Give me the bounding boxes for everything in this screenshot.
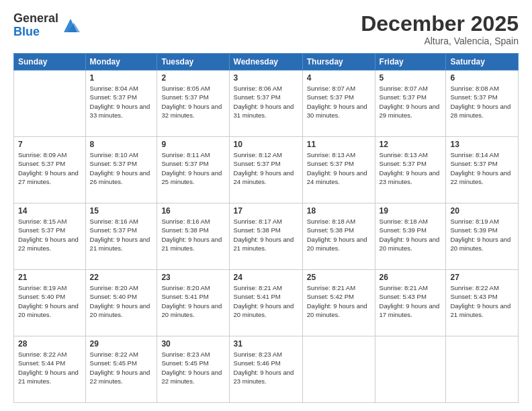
day-number: 11 <box>307 140 371 149</box>
day-sunset: Sunset: 5:37 PM <box>380 93 427 101</box>
col-monday: Monday <box>85 54 157 71</box>
table-row: 3 Sunrise: 8:06 AM Sunset: 5:37 PM Dayli… <box>229 71 302 137</box>
day-sunset: Sunset: 5:38 PM <box>161 226 208 234</box>
day-number: 7 <box>18 140 81 149</box>
day-sunset: Sunset: 5:46 PM <box>234 359 281 367</box>
day-number: 20 <box>450 206 514 216</box>
col-sunday: Sunday <box>14 54 86 71</box>
table-row: 24 Sunrise: 8:21 AM Sunset: 5:41 PM Dayl… <box>229 270 302 336</box>
table-row: 20 Sunrise: 8:19 AM Sunset: 5:39 PM Dayl… <box>446 203 519 270</box>
day-sunset: Sunset: 5:42 PM <box>307 293 354 300</box>
day-daylight: Daylight: 9 hours and 21 minutes. <box>161 236 222 252</box>
table-row: 9 Sunrise: 8:11 AM Sunset: 5:37 PM Dayli… <box>157 137 229 203</box>
day-daylight: Daylight: 9 hours and 22 minutes. <box>18 236 79 252</box>
day-daylight: Daylight: 9 hours and 20 minutes. <box>380 236 440 252</box>
day-daylight: Daylight: 9 hours and 20 minutes. <box>307 236 367 252</box>
day-sunrise: Sunrise: 8:21 AM <box>234 284 282 291</box>
day-sunset: Sunset: 5:37 PM <box>380 160 427 167</box>
day-daylight: Daylight: 9 hours and 17 minutes. <box>380 302 440 318</box>
day-number: 14 <box>18 206 81 216</box>
day-sunrise: Sunrise: 8:09 AM <box>18 151 66 158</box>
table-row: 29 Sunrise: 8:22 AM Sunset: 5:45 PM Dayl… <box>85 336 157 403</box>
day-sunset: Sunset: 5:43 PM <box>380 293 427 300</box>
day-number: 9 <box>161 140 224 149</box>
table-row: 28 Sunrise: 8:22 AM Sunset: 5:44 PM Dayl… <box>14 336 86 403</box>
day-sunrise: Sunrise: 8:08 AM <box>450 85 498 92</box>
table-row: 13 Sunrise: 8:14 AM Sunset: 5:37 PM Dayl… <box>446 137 519 203</box>
day-number: 27 <box>450 273 514 282</box>
day-daylight: Daylight: 9 hours and 20 minutes. <box>161 302 222 318</box>
day-sunrise: Sunrise: 8:05 AM <box>161 85 210 92</box>
day-number: 13 <box>450 140 514 149</box>
day-sunrise: Sunrise: 8:13 AM <box>380 151 428 158</box>
day-sunset: Sunset: 5:37 PM <box>161 93 208 101</box>
day-sunrise: Sunrise: 8:23 AM <box>161 351 210 358</box>
day-sunset: Sunset: 5:40 PM <box>18 293 65 300</box>
day-number: 23 <box>161 273 224 282</box>
day-sunrise: Sunrise: 8:07 AM <box>307 85 355 92</box>
day-sunrise: Sunrise: 8:04 AM <box>90 85 138 92</box>
table-row: 27 Sunrise: 8:22 AM Sunset: 5:43 PM Dayl… <box>446 270 519 336</box>
day-sunrise: Sunrise: 8:11 AM <box>161 151 210 158</box>
day-daylight: Daylight: 9 hours and 27 minutes. <box>18 169 79 185</box>
logo-general: General <box>13 12 58 26</box>
day-number: 30 <box>161 339 224 349</box>
table-row <box>302 336 375 403</box>
day-daylight: Daylight: 9 hours and 20 minutes. <box>18 302 79 318</box>
day-daylight: Daylight: 9 hours and 33 minutes. <box>90 103 150 119</box>
day-sunset: Sunset: 5:45 PM <box>90 359 137 367</box>
day-daylight: Daylight: 9 hours and 22 minutes. <box>450 169 511 185</box>
day-number: 15 <box>90 206 153 216</box>
day-number: 2 <box>161 73 224 83</box>
calendar-table: Sunday Monday Tuesday Wednesday Thursday… <box>13 53 519 403</box>
table-row <box>375 336 446 403</box>
table-row: 19 Sunrise: 8:18 AM Sunset: 5:39 PM Dayl… <box>375 203 446 270</box>
location-subtitle: Altura, Valencia, Spain <box>361 36 519 46</box>
day-number: 8 <box>90 140 153 149</box>
day-sunrise: Sunrise: 8:07 AM <box>380 85 428 92</box>
day-sunset: Sunset: 5:44 PM <box>18 359 65 367</box>
day-sunrise: Sunrise: 8:18 AM <box>380 218 428 225</box>
day-sunset: Sunset: 5:37 PM <box>18 226 65 234</box>
day-sunset: Sunset: 5:39 PM <box>380 226 427 234</box>
day-sunrise: Sunrise: 8:16 AM <box>161 218 210 225</box>
day-sunrise: Sunrise: 8:13 AM <box>307 151 355 158</box>
day-sunrise: Sunrise: 8:14 AM <box>450 151 498 158</box>
table-row: 18 Sunrise: 8:18 AM Sunset: 5:38 PM Dayl… <box>302 203 375 270</box>
month-title: December 2025 <box>361 12 519 36</box>
day-sunset: Sunset: 5:45 PM <box>161 359 208 367</box>
day-number: 12 <box>380 140 442 149</box>
day-sunset: Sunset: 5:43 PM <box>450 293 497 300</box>
col-wednesday: Wednesday <box>229 54 302 71</box>
day-sunrise: Sunrise: 8:20 AM <box>161 284 210 291</box>
day-number: 18 <box>307 206 371 216</box>
table-row: 6 Sunrise: 8:08 AM Sunset: 5:37 PM Dayli… <box>446 71 519 137</box>
day-sunrise: Sunrise: 8:18 AM <box>307 218 355 225</box>
logo-blue: Blue <box>13 26 58 39</box>
day-daylight: Daylight: 9 hours and 25 minutes. <box>161 169 222 185</box>
day-daylight: Daylight: 9 hours and 21 minutes. <box>450 302 511 318</box>
day-sunrise: Sunrise: 8:22 AM <box>18 351 66 358</box>
table-row: 8 Sunrise: 8:10 AM Sunset: 5:37 PM Dayli… <box>85 137 157 203</box>
day-sunset: Sunset: 5:38 PM <box>234 226 281 234</box>
day-sunset: Sunset: 5:37 PM <box>161 160 208 167</box>
day-sunset: Sunset: 5:37 PM <box>450 160 497 167</box>
day-daylight: Daylight: 9 hours and 21 minutes. <box>18 369 79 385</box>
table-row: 17 Sunrise: 8:17 AM Sunset: 5:38 PM Dayl… <box>229 203 302 270</box>
table-row: 22 Sunrise: 8:20 AM Sunset: 5:40 PM Dayl… <box>85 270 157 336</box>
day-number: 19 <box>380 206 442 216</box>
day-number: 25 <box>307 273 371 282</box>
calendar-header-row: Sunday Monday Tuesday Wednesday Thursday… <box>14 54 519 71</box>
day-sunrise: Sunrise: 8:19 AM <box>18 284 66 291</box>
day-daylight: Daylight: 9 hours and 31 minutes. <box>234 103 294 119</box>
table-row: 31 Sunrise: 8:23 AM Sunset: 5:46 PM Dayl… <box>229 336 302 403</box>
day-daylight: Daylight: 9 hours and 24 minutes. <box>307 169 367 185</box>
table-row: 2 Sunrise: 8:05 AM Sunset: 5:37 PM Dayli… <box>157 71 229 137</box>
day-number: 29 <box>90 339 153 349</box>
day-number: 1 <box>90 73 153 83</box>
day-sunrise: Sunrise: 8:20 AM <box>90 284 138 291</box>
day-sunrise: Sunrise: 8:10 AM <box>90 151 138 158</box>
table-row: 30 Sunrise: 8:23 AM Sunset: 5:45 PM Dayl… <box>157 336 229 403</box>
day-sunset: Sunset: 5:37 PM <box>307 160 354 167</box>
day-daylight: Daylight: 9 hours and 23 minutes. <box>234 369 294 385</box>
